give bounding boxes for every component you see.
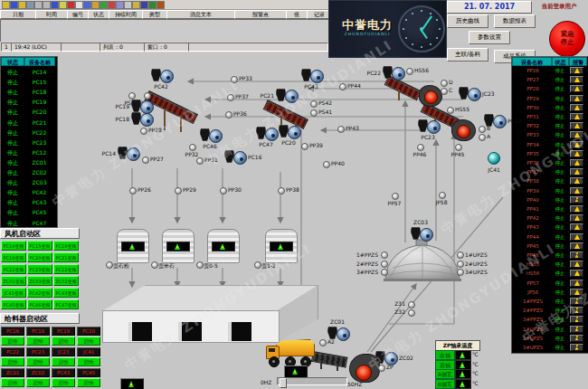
silo-label: 萤1-2 bbox=[261, 262, 276, 270]
fan-PC20 bbox=[279, 125, 300, 138]
measure-point-label: Z31 bbox=[394, 300, 405, 307]
measure-point-PP36 bbox=[225, 111, 232, 119]
dome-point-right bbox=[457, 251, 464, 259]
silo-萤石粉 bbox=[117, 229, 149, 263]
fan-label: PC20 bbox=[281, 139, 295, 146]
fan-icon bbox=[285, 90, 299, 103]
temp-unit: ℃ bbox=[472, 380, 479, 386]
fan-PC14 bbox=[118, 147, 139, 159]
measure-point-PP32 bbox=[189, 144, 196, 151]
measure-point-PP57 bbox=[392, 193, 399, 200]
measure-point-label: PP33 bbox=[239, 75, 252, 81]
fan-icon bbox=[265, 128, 279, 141]
temp-flame-icon bbox=[460, 362, 465, 368]
measure-point-label: PP46 bbox=[413, 151, 427, 157]
fan-PC18 bbox=[131, 112, 153, 125]
dome-label-left: 1#PPZS bbox=[356, 251, 378, 258]
silo-window bbox=[270, 242, 293, 251]
frequency-slider-thumb[interactable] bbox=[280, 378, 287, 388]
fan-icon bbox=[427, 120, 441, 134]
fan-icon bbox=[209, 129, 223, 143]
scada-hmi-screen: { "toolbar": { "icons": ["#d4b830","#3a5… bbox=[0, 0, 588, 389]
warehouse-door-1 bbox=[128, 322, 152, 341]
fan-icon bbox=[468, 88, 481, 101]
measure-point-PP44 bbox=[339, 83, 346, 90]
fan-label: PC47 bbox=[259, 141, 272, 147]
fan-icon bbox=[392, 67, 405, 81]
measure-point-label: PP45 bbox=[451, 151, 465, 157]
measure-point-ZP bbox=[378, 365, 385, 372]
temp-row-value bbox=[455, 350, 471, 360]
measure-point-label: PP39 bbox=[309, 142, 323, 148]
silo-level-icon bbox=[129, 243, 135, 250]
fan-icon bbox=[493, 115, 507, 128]
measure-point-A bbox=[479, 134, 486, 141]
silo-point bbox=[106, 261, 113, 269]
fan-icon bbox=[420, 228, 433, 242]
measure-point-label: A bbox=[487, 133, 490, 139]
measure-point-label: PP26 bbox=[138, 186, 151, 193]
measure-point-PP28 bbox=[140, 128, 147, 135]
measure-point-PS34 bbox=[128, 92, 136, 100]
measure-point-label: HS56 bbox=[414, 67, 429, 73]
measure-point-PP39 bbox=[301, 143, 308, 150]
fan-label: PC42 bbox=[154, 83, 167, 90]
fan-label: ZC02 bbox=[399, 355, 413, 361]
fan-PC16 bbox=[224, 150, 246, 163]
measure-point-Z32 bbox=[408, 309, 415, 317]
measure-point-label: D bbox=[449, 79, 453, 85]
measure-point-label: PP37 bbox=[235, 93, 249, 100]
measure-point-PP33 bbox=[231, 76, 238, 83]
fan-PC22 bbox=[383, 66, 404, 79]
level-indicator-box bbox=[120, 378, 144, 389]
fan-label: JC41 bbox=[488, 166, 500, 173]
temp-flame-icon bbox=[460, 371, 465, 377]
frequency-slider[interactable] bbox=[277, 377, 347, 385]
measure-point-PP38 bbox=[278, 187, 285, 194]
measure-point-PP40 bbox=[323, 161, 330, 168]
warehouse-door-2 bbox=[178, 322, 202, 341]
dome-label-right: 2#UPZS bbox=[465, 261, 488, 267]
silo-label: 萤0-5 bbox=[204, 262, 218, 270]
measure-point-PP29 bbox=[175, 187, 182, 194]
temp-row-value bbox=[455, 369, 471, 379]
fan-label: PC18 bbox=[116, 116, 129, 122]
freq-min-label: 0HZ bbox=[261, 379, 271, 385]
temp-flame-icon bbox=[460, 381, 465, 387]
storage-dome bbox=[382, 239, 463, 282]
measure-point-PS42 bbox=[310, 100, 318, 108]
fan-icon bbox=[337, 327, 350, 341]
silo-level-icon bbox=[175, 243, 180, 250]
dump-truck bbox=[266, 335, 318, 367]
fan-PC46 bbox=[200, 128, 222, 141]
fan-icon bbox=[160, 70, 174, 83]
silo-label: 萤石粉 bbox=[113, 262, 129, 270]
impact-crusher-2 bbox=[451, 119, 476, 141]
fan-label: PC23 bbox=[421, 134, 434, 140]
measure-point-Z31 bbox=[408, 301, 415, 308]
measure-point-D bbox=[441, 80, 448, 87]
fan-JC41 bbox=[484, 152, 506, 165]
fan-PC12 bbox=[484, 114, 506, 127]
measure-point-A2 bbox=[319, 339, 327, 346]
fan-icon bbox=[127, 147, 140, 161]
fan-label: ZC03 bbox=[413, 219, 428, 225]
fan-label: ZC01 bbox=[330, 318, 345, 325]
temp-unit: ℃ bbox=[472, 361, 479, 367]
measure-point-PP26 bbox=[129, 187, 137, 194]
fan-ZC02 bbox=[375, 351, 397, 364]
fan-label: JC23 bbox=[482, 90, 495, 97]
truck-wheel bbox=[269, 356, 280, 367]
measure-point-PS41 bbox=[310, 109, 318, 117]
measure-point-B bbox=[479, 126, 486, 133]
measure-point-label: PS42 bbox=[318, 100, 332, 106]
temp-row-label: 前轴 bbox=[435, 350, 455, 360]
measure-point-C bbox=[441, 88, 448, 95]
fan-icon bbox=[310, 70, 324, 83]
temp-row-value bbox=[455, 379, 471, 389]
dome-label-left: 3#PPZS bbox=[356, 269, 378, 275]
dome-label-right: 3#UPZS bbox=[465, 269, 488, 275]
measure-point-label: PP32 bbox=[185, 151, 199, 157]
measure-point-label: PS41 bbox=[318, 109, 332, 115]
fan-label: PC46 bbox=[203, 143, 216, 149]
